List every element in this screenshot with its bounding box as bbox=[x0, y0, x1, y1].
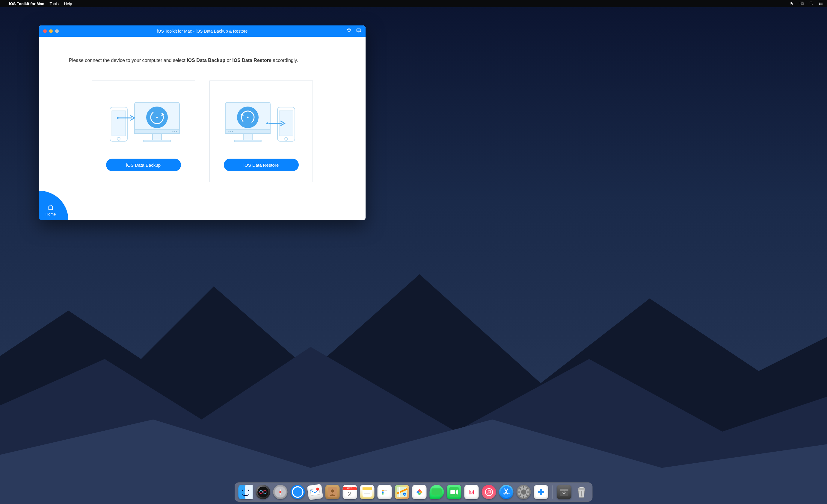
svg-point-81 bbox=[486, 489, 492, 495]
svg-point-47 bbox=[248, 490, 249, 491]
svg-point-83 bbox=[489, 492, 490, 493]
trash-icon[interactable] bbox=[574, 485, 589, 499]
photos-icon[interactable] bbox=[412, 485, 427, 499]
spotlight-search-icon[interactable] bbox=[809, 1, 814, 7]
svg-rect-97 bbox=[538, 491, 544, 493]
svg-point-34 bbox=[228, 131, 229, 132]
appstore-icon[interactable] bbox=[499, 485, 514, 499]
launchpad-icon[interactable] bbox=[273, 485, 288, 499]
window-content: Please connect the device to your comput… bbox=[39, 37, 366, 220]
svg-rect-32 bbox=[243, 133, 252, 140]
svg-point-13 bbox=[359, 30, 359, 30]
svg-rect-26 bbox=[112, 111, 126, 136]
svg-rect-0 bbox=[800, 2, 803, 4]
system-preferences-icon[interactable] bbox=[517, 485, 531, 499]
svg-point-12 bbox=[358, 30, 358, 30]
notes-icon[interactable] bbox=[360, 485, 375, 499]
svg-rect-33 bbox=[234, 140, 261, 142]
menu-tools[interactable]: Tools bbox=[50, 1, 59, 6]
home-icon bbox=[47, 204, 54, 211]
svg-point-76 bbox=[417, 491, 419, 493]
home-label: Home bbox=[46, 212, 56, 216]
music-icon[interactable] bbox=[482, 485, 496, 499]
svg-point-86 bbox=[521, 489, 527, 495]
svg-point-28 bbox=[117, 117, 119, 119]
ios-toolkit-icon[interactable] bbox=[534, 485, 548, 499]
zoom-window-button[interactable] bbox=[55, 29, 59, 33]
window-title: iOS Toolkit for Mac - iOS Data Backup & … bbox=[39, 29, 366, 34]
svg-rect-100 bbox=[578, 488, 585, 490]
diamond-icon[interactable] bbox=[346, 28, 352, 35]
window-titlebar[interactable]: iOS Toolkit for Mac - iOS Data Backup & … bbox=[39, 25, 366, 37]
svg-point-39 bbox=[247, 117, 248, 118]
close-window-button[interactable] bbox=[43, 29, 47, 33]
downloads-icon[interactable] bbox=[557, 485, 571, 499]
backup-illustration bbox=[100, 89, 186, 159]
finder-icon[interactable] bbox=[239, 485, 253, 499]
menu-help[interactable]: Help bbox=[64, 1, 72, 6]
svg-text:3D: 3D bbox=[404, 494, 406, 496]
safari-icon[interactable] bbox=[291, 485, 305, 499]
minimize-window-button[interactable] bbox=[49, 29, 53, 33]
restore-card[interactable]: iOS Data Restore bbox=[209, 80, 313, 182]
svg-point-52 bbox=[293, 487, 303, 497]
macos-dock: FEB 2 3D bbox=[235, 483, 593, 502]
svg-rect-78 bbox=[450, 490, 455, 494]
backup-card[interactable]: iOS Data Backup bbox=[92, 80, 195, 182]
svg-point-21 bbox=[176, 131, 177, 132]
contacts-icon[interactable] bbox=[326, 485, 340, 499]
siri-icon[interactable] bbox=[256, 485, 270, 499]
svg-line-3 bbox=[812, 4, 813, 5]
svg-point-9 bbox=[819, 4, 820, 4]
facetime-icon[interactable] bbox=[447, 485, 461, 499]
svg-point-8 bbox=[819, 3, 820, 3]
instruction-text: Please connect the device to your comput… bbox=[69, 58, 336, 63]
svg-point-35 bbox=[230, 131, 231, 132]
control-center-icon[interactable] bbox=[819, 1, 823, 7]
app-window: iOS Toolkit for Mac - iOS Data Backup & … bbox=[39, 25, 366, 220]
mail-icon[interactable] bbox=[307, 484, 323, 500]
svg-rect-79 bbox=[468, 489, 475, 496]
home-button[interactable]: Home bbox=[39, 191, 68, 220]
svg-point-2 bbox=[810, 1, 812, 4]
svg-point-14 bbox=[359, 30, 360, 30]
svg-rect-1 bbox=[801, 3, 804, 4]
svg-rect-17 bbox=[152, 133, 161, 140]
desktop-wallpaper bbox=[0, 202, 827, 504]
maps-icon[interactable]: 3D bbox=[395, 485, 409, 499]
macos-menubar: iOS Toolkit for Mac Tools Help bbox=[0, 0, 827, 7]
news-icon[interactable] bbox=[465, 485, 479, 499]
svg-point-82 bbox=[487, 493, 488, 494]
backup-button[interactable]: iOS Data Backup bbox=[106, 159, 181, 171]
svg-point-7 bbox=[819, 2, 820, 2]
cursor-icon[interactable] bbox=[790, 1, 795, 7]
svg-point-46 bbox=[242, 490, 243, 491]
feedback-icon[interactable] bbox=[356, 28, 361, 35]
calendar-day: 2 bbox=[348, 490, 351, 497]
svg-point-19 bbox=[172, 131, 173, 132]
svg-point-56 bbox=[331, 489, 334, 493]
svg-point-24 bbox=[156, 117, 158, 118]
svg-point-36 bbox=[232, 131, 233, 132]
calendar-icon[interactable]: FEB 2 bbox=[343, 485, 357, 499]
svg-point-50 bbox=[279, 491, 281, 493]
restore-button[interactable]: iOS Data Restore bbox=[224, 159, 299, 171]
display-icon[interactable] bbox=[799, 1, 804, 7]
restore-illustration bbox=[218, 89, 304, 159]
calendar-month: FEB bbox=[343, 487, 357, 490]
reminders-icon[interactable] bbox=[378, 485, 392, 499]
svg-rect-18 bbox=[144, 140, 171, 142]
menubar-app-name[interactable]: iOS Toolkit for Mac bbox=[9, 1, 44, 6]
svg-point-20 bbox=[174, 131, 175, 132]
dock-separator bbox=[552, 486, 553, 499]
svg-rect-58 bbox=[362, 487, 372, 490]
messages-icon[interactable] bbox=[430, 485, 444, 499]
svg-point-43 bbox=[266, 122, 268, 124]
